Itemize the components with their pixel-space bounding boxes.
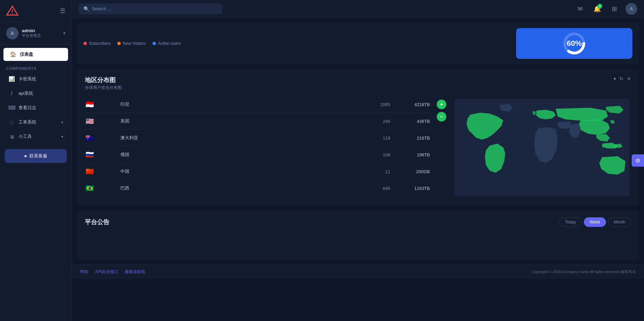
sidebar-item-view-logs[interactable]: ⌨ 查看日志 [2, 101, 69, 114]
sidebar-item-dashboard[interactable]: 🏠 仪表盘 [3, 48, 68, 61]
flag-icon: 🇺🇸 [85, 118, 94, 125]
topbar: 🔍 ✉ 🔔 7 ⊞ A [72, 0, 644, 18]
sidebar-item-label-api: api系统 [18, 90, 63, 97]
flag-icon: 🇧🇷 [85, 185, 94, 192]
refresh-icon[interactable]: ↻ [619, 76, 623, 81]
footer-link-mailer[interactable]: 极客发邮机 [125, 269, 145, 275]
app-logo-icon [6, 5, 18, 17]
sidebar-item-label-logs: 查看日志 [18, 105, 63, 111]
topbar-icons: ✉ 🔔 7 ⊞ A [574, 3, 637, 15]
sidebar-logo: ☰ [0, 0, 71, 22]
announcement-header: 平台公告 Today Week Month [85, 217, 631, 227]
flag-icon: 🇨🇳 [85, 168, 94, 175]
country-traffic: 436TB [396, 119, 430, 124]
region-title: 地区分布图 [85, 76, 122, 84]
close-icon[interactable]: ✕ [627, 76, 631, 81]
layers-icon-button[interactable]: ⊞ [608, 3, 620, 15]
settings-icon: ⚙ [635, 157, 640, 164]
bell-icon-button[interactable]: 🔔 7 [591, 3, 603, 15]
chart-legend: Subscribers New Visitors Active Users [83, 41, 181, 46]
percentage-text: 60% [567, 39, 582, 48]
user-role: 平台管理员 [22, 33, 63, 38]
search-input[interactable] [92, 6, 218, 11]
flag-icon: 🇷🇺 [85, 151, 94, 158]
hamburger-icon[interactable]: ☰ [60, 7, 65, 15]
country-traffic: 196TB [396, 152, 430, 157]
month-button[interactable]: Month [608, 217, 631, 227]
sidebar: ☰ A admin 平台管理员 ▾ 🏠 仪表盘 COMPONENTS 📊 卡密系… [0, 0, 72, 321]
today-button[interactable]: Today [559, 217, 582, 227]
components-label: COMPONENTS [0, 62, 71, 72]
flag-icon: 🇦🇺 [85, 134, 94, 141]
sidebar-item-tools[interactable]: 🖥 小工具 ▾ [2, 130, 69, 143]
topbar-avatar[interactable]: A [626, 3, 637, 15]
contact-button[interactable]: ♥ 联系客服 [5, 149, 67, 163]
announcement-content [85, 232, 631, 253]
logs-icon: ⌨ [8, 105, 15, 111]
country-name: 印尼 [100, 101, 357, 107]
legend-dot-active-users [153, 42, 156, 45]
table-row: 🇧🇷 巴西 640 1163TB [85, 180, 430, 196]
legend-item-active-users: Active Users [153, 41, 181, 46]
region-section: 地区分布图 全球用户攻击分布图 ▾ ↻ ✕ 🇮🇩 印尼 2085 [77, 69, 639, 206]
country-name: 美国 [100, 118, 357, 124]
content-area: Subscribers New Visitors Active Users [72, 18, 644, 321]
dashboard-icon: 🏠 [10, 51, 16, 57]
table-row: 🇷🇺 俄国 108 196TB [85, 146, 430, 163]
footer-link-help[interactable]: 帮助 [80, 269, 88, 275]
main-content: 🔍 ✉ 🔔 7 ⊞ A [72, 0, 644, 321]
tools-chevron-icon: ▾ [61, 134, 63, 139]
search-icon: 🔍 [83, 6, 89, 12]
mail-icon-button[interactable]: ✉ [574, 3, 586, 15]
country-traffic: 200GB [396, 169, 430, 174]
sidebar-item-label: 仪表盘 [20, 51, 62, 57]
announcement-section: 平台公告 Today Week Month [77, 210, 639, 260]
user-chevron-icon: ▾ [63, 31, 65, 36]
footer-copyright: Copyright © 2020.Company name All rights… [532, 269, 636, 274]
country-count: 640 [363, 186, 390, 191]
tools-icon: 🖥 [8, 134, 15, 140]
time-filter: Today Week Month [559, 217, 631, 227]
world-map [455, 96, 629, 199]
table-row: 🇦🇺 澳大利亚 119 216TB [85, 130, 430, 146]
world-map-container [453, 96, 631, 199]
table-row: 🇮🇩 印尼 2085 4218TB [85, 96, 430, 113]
user-info: admin 平台管理员 [22, 28, 63, 38]
avatar: A [6, 27, 18, 39]
legend-item-subscribers: Subscribers [83, 41, 110, 46]
zoom-out-button[interactable]: − [437, 112, 446, 121]
country-name: 中国 [100, 168, 357, 175]
announcement-title: 平台公告 [85, 218, 109, 226]
legend-item-new-visitors: New Visitors [117, 41, 145, 46]
ticket-icon: □ [8, 119, 15, 125]
svg-point-2 [12, 13, 13, 14]
country-count: 2085 [363, 102, 390, 107]
country-traffic: 4218TB [396, 102, 430, 107]
ticket-chevron-icon: ▾ [61, 120, 63, 125]
sidebar-item-label-tools: 小工具 [18, 133, 61, 140]
card-system-icon: 📊 [8, 76, 15, 82]
section-title-block: 地区分布图 全球用户攻击分布图 [85, 76, 122, 91]
zoom-in-button[interactable]: + [437, 100, 446, 109]
settings-float-button[interactable]: ⚙ [632, 154, 644, 167]
chart-top-section: Subscribers New Visitors Active Users [77, 23, 639, 64]
footer-link-api[interactable]: API攻击接口 [95, 269, 118, 275]
table-row: 🇺🇸 美国 240 436TB [85, 113, 430, 130]
flag-icon: 🇮🇩 [85, 101, 94, 108]
country-count: 108 [363, 152, 390, 157]
search-box[interactable]: 🔍 [79, 3, 222, 14]
api-icon: I [8, 90, 15, 97]
section-header: 地区分布图 全球用户攻击分布图 ▾ ↻ ✕ [85, 76, 631, 91]
sidebar-item-card-system[interactable]: 📊 卡密系统 [2, 73, 69, 86]
region-table: 🇮🇩 印尼 2085 4218TB 🇺🇸 美国 240 436TB 🇦🇺 澳大利… [85, 96, 430, 199]
collapse-icon[interactable]: ▾ [614, 76, 616, 81]
sidebar-item-api-system[interactable]: I api系统 [2, 87, 69, 100]
week-button[interactable]: Week [584, 217, 606, 227]
region-subtitle: 全球用户攻击分布图 [85, 85, 122, 91]
legend-dot-subscribers [83, 42, 87, 45]
sidebar-item-ticket-system[interactable]: □ 工单系统 ▾ [2, 116, 69, 129]
sidebar-user[interactable]: A admin 平台管理员 ▾ [0, 22, 71, 44]
heart-icon: ♥ [24, 154, 27, 159]
country-count: 11 [363, 169, 390, 174]
legend-dot-new-visitors [117, 42, 121, 45]
